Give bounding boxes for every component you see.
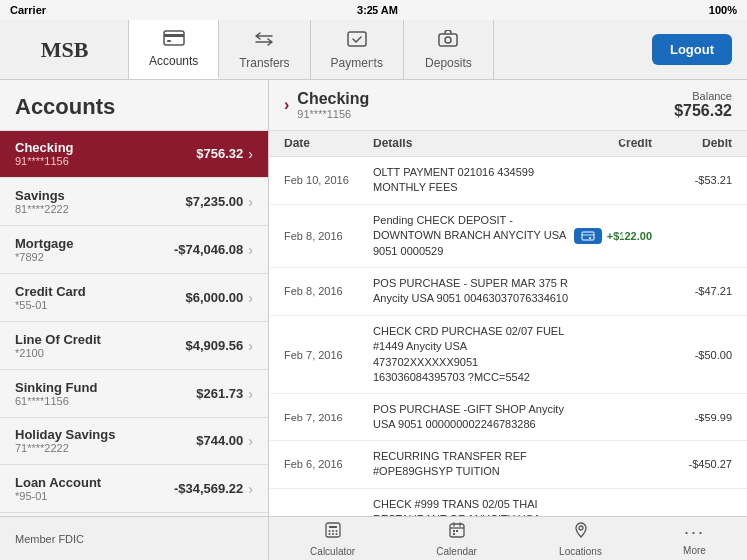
svg-rect-3: [348, 32, 366, 46]
content-account-number: 91****1156: [297, 108, 369, 120]
trans-details: POS PURCHASE -GIFT SHOP Anycity USA 9051…: [374, 402, 573, 432]
account-balance: $744.00: [196, 433, 243, 448]
more-footer-icon: ···: [684, 522, 705, 543]
svg-point-17: [335, 533, 337, 535]
header: MSB AccountsTransfersPaymentsDeposits Lo…: [0, 20, 747, 80]
account-chevron-icon: ›: [248, 146, 253, 162]
calculator-footer-icon: [324, 521, 342, 544]
payments-tab-icon: [346, 30, 368, 53]
account-item[interactable]: Loan Account *95-01 -$34,569.22 ›: [0, 465, 268, 513]
trans-date: Feb 8, 2016: [284, 285, 374, 297]
main-layout: Accounts Checking 91****1156 $756.32 › S…: [0, 80, 747, 516]
table-row: Feb 6, 2016 RECURRING TRANSFER REF #OPE8…: [269, 441, 747, 489]
trans-debit: -$38.45: [652, 514, 732, 516]
trans-debit: -$47.21: [652, 285, 732, 297]
logo: MSB: [41, 37, 89, 63]
nav-tab-transfers[interactable]: Transfers: [219, 20, 310, 79]
svg-point-5: [445, 37, 451, 43]
locations-footer-label: Locations: [559, 546, 602, 557]
svg-point-16: [332, 533, 334, 535]
sidebar-title: Accounts: [0, 80, 268, 131]
calculator-footer-label: Calculator: [310, 546, 355, 557]
footer-bar: Member FDIC CalculatorCalendarLocations·…: [0, 516, 747, 560]
locations-footer-icon: [572, 521, 590, 544]
account-item[interactable]: Savings 81****2222 $7,235.00 ›: [0, 178, 268, 226]
table-row: Feb 5, 2016 CHECK #999 TRANS 02/05 THAI …: [269, 489, 747, 516]
trans-date: Feb 8, 2016: [284, 230, 374, 242]
table-row: Feb 7, 2016 POS PURCHASE -GIFT SHOP Anyc…: [269, 394, 747, 441]
table-row: Feb 7, 2016 CHECK CRD PURCHASE 02/07 FUE…: [269, 316, 747, 395]
nav-tab-deposits[interactable]: Deposits: [404, 20, 494, 79]
payments-tab-label: Payments: [331, 56, 383, 70]
account-chevron-icon: ›: [248, 194, 253, 210]
balance-label: Balance: [674, 90, 732, 102]
account-item[interactable]: Mortgage *7892 -$74,046.08 ›: [0, 226, 268, 274]
balance-amount: $756.32: [674, 102, 732, 120]
account-item[interactable]: Holiday Savings 71****2222 $744.00 ›: [0, 418, 268, 465]
trans-details: CHECK #999 TRANS 02/05 THAI RESTAURANT O…: [374, 497, 573, 516]
svg-rect-0: [164, 31, 184, 45]
deposits-tab-label: Deposits: [425, 56, 472, 70]
svg-rect-11: [329, 526, 337, 528]
svg-rect-2: [167, 40, 171, 42]
member-fdic-label: Member FDIC: [0, 517, 269, 560]
svg-point-15: [328, 533, 330, 535]
deposit-badge[interactable]: [574, 228, 602, 244]
footer-tab-calendar[interactable]: Calendar: [436, 521, 477, 557]
account-number: 91****1156: [15, 155, 74, 167]
account-name: Holiday Savings: [15, 427, 115, 442]
col-details: Details: [374, 137, 573, 150]
deposits-tab-icon: [437, 30, 459, 53]
content-account-name: Checking: [297, 90, 369, 108]
account-number: 71****2222: [15, 442, 115, 454]
carrier-label: Carrier: [10, 4, 46, 16]
sidebar: Accounts Checking 91****1156 $756.32 › S…: [0, 80, 269, 516]
calendar-footer-icon: [448, 521, 466, 544]
trans-debit: -$53.21: [652, 174, 732, 186]
account-number: *7892: [15, 251, 74, 263]
trans-date: Feb 7, 2016: [284, 412, 374, 423]
logout-button[interactable]: Logout: [652, 34, 732, 65]
svg-rect-1: [164, 34, 184, 37]
table-header: Date Details Credit Debit: [269, 131, 747, 157]
account-balance: $756.32: [196, 146, 243, 161]
nav-tabs: AccountsTransfersPaymentsDeposits: [129, 20, 637, 79]
trans-date: Feb 5, 2016: [284, 514, 374, 516]
account-balance: $261.73: [196, 386, 243, 401]
account-balance: -$34,569.22: [174, 481, 243, 496]
account-number: *95-01: [15, 490, 101, 502]
trans-debit: -$50.00: [652, 349, 732, 361]
account-item[interactable]: Line Of Credit *2100 $4,909.56 ›: [0, 322, 268, 370]
footer-tab-locations[interactable]: Locations: [559, 521, 602, 557]
trans-date: Feb 10, 2016: [284, 174, 374, 186]
table-row: Feb 8, 2016 POS PURCHASE - SUPER MAR 375…: [269, 268, 747, 316]
account-item[interactable]: Sinking Fund 61****1156 $261.73 ›: [0, 370, 268, 418]
svg-rect-4: [439, 34, 457, 46]
svg-point-13: [332, 530, 334, 532]
col-credit: Credit: [573, 137, 652, 150]
trans-date: Feb 6, 2016: [284, 458, 374, 470]
footer-tab-more[interactable]: ···More: [683, 522, 706, 556]
trans-details: Pending CHECK DEPOSIT - DOWNTOWN BRANCH …: [374, 213, 573, 259]
content-area: › Checking 91****1156 Balance $756.32 Da…: [269, 80, 747, 516]
svg-point-22: [579, 526, 583, 530]
account-number: *2100: [15, 347, 101, 359]
nav-tab-payments[interactable]: Payments: [311, 20, 404, 79]
footer-tab-calculator[interactable]: Calculator: [310, 521, 355, 557]
account-chevron-icon: ›: [248, 481, 253, 497]
account-item[interactable]: Credit Card *55-01 $6,000.00 ›: [0, 274, 268, 322]
account-chevron-icon: ›: [248, 386, 253, 402]
account-name: Line Of Credit: [15, 332, 101, 347]
account-name: Checking: [15, 140, 74, 155]
trans-debit: -$450.27: [652, 458, 732, 470]
status-bar: Carrier 3:25 AM 100%: [0, 0, 747, 20]
trans-details: POS PURCHASE - SUPER MAR 375 R Anycity U…: [374, 276, 573, 307]
account-number: 61****1156: [15, 395, 97, 407]
col-date: Date: [284, 137, 374, 150]
account-balance: $4,909.56: [185, 338, 243, 353]
account-name: Savings: [15, 188, 69, 203]
nav-tab-accounts[interactable]: Accounts: [129, 20, 219, 79]
trans-details: OLTT PAYMENT 021016 434599 MONTHLY FEES: [374, 165, 573, 196]
account-item[interactable]: Checking 91****1156 $756.32 ›: [0, 131, 268, 178]
svg-rect-19: [453, 530, 455, 532]
